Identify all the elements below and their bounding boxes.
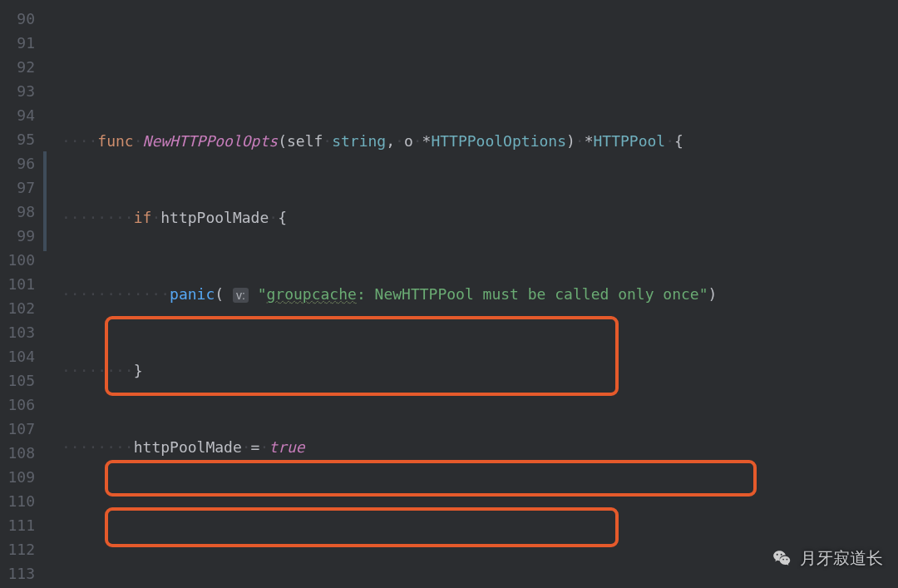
code-line[interactable] <box>43 511 898 536</box>
line-number: 97 <box>0 175 43 200</box>
line-number: 102 <box>0 296 43 320</box>
line-number: 110 <box>0 489 43 513</box>
code-area[interactable]: ····func·NewHTTPPoolOpts(self·string,·o·… <box>43 0 898 588</box>
highlight-box <box>105 460 757 497</box>
line-number: 103 <box>0 320 43 344</box>
line-number: 90 <box>0 7 43 31</box>
code-line[interactable]: ········httpPoolMade·=·true <box>43 435 898 459</box>
watermark-text: 月牙寂道长 <box>800 547 883 570</box>
highlight-box <box>105 316 619 396</box>
line-number-gutter: 90 91 92 93 94 95 96 97 98 99 100 101 10… <box>0 0 43 588</box>
line-number: 108 <box>0 441 43 465</box>
code-line[interactable]: ············panic( v: "groupcache: NewHT… <box>43 282 898 306</box>
line-number: 95 <box>0 127 43 151</box>
line-number: 105 <box>0 368 43 393</box>
line-number: 101 <box>0 272 43 296</box>
watermark: 月牙寂道长 <box>772 547 883 570</box>
change-marker <box>43 151 47 251</box>
line-number: 106 <box>0 393 43 417</box>
code-line[interactable]: ········} <box>43 358 898 383</box>
line-number: 94 <box>0 103 43 127</box>
line-number: 98 <box>0 200 43 224</box>
param-hint: v: <box>233 288 249 303</box>
code-line[interactable]: ····func·NewHTTPPoolOpts(self·string,·o·… <box>43 129 898 153</box>
line-number: 99 <box>0 224 43 248</box>
line-number: 107 <box>0 417 43 441</box>
line-number: 111 <box>0 513 43 537</box>
line-number: 112 <box>0 537 43 561</box>
line-number: 93 <box>0 79 43 103</box>
line-number: 96 <box>0 151 43 175</box>
line-number: 100 <box>0 248 43 272</box>
line-number: 109 <box>0 465 43 489</box>
line-number: 104 <box>0 344 43 368</box>
line-number: 113 <box>0 561 43 586</box>
wechat-icon <box>772 548 793 570</box>
code-editor[interactable]: 90 91 92 93 94 95 96 97 98 99 100 101 10… <box>0 0 898 588</box>
line-number: 92 <box>0 55 43 79</box>
line-number: 91 <box>0 31 43 55</box>
code-line[interactable]: ········if·httpPoolMade·{ <box>43 205 898 230</box>
